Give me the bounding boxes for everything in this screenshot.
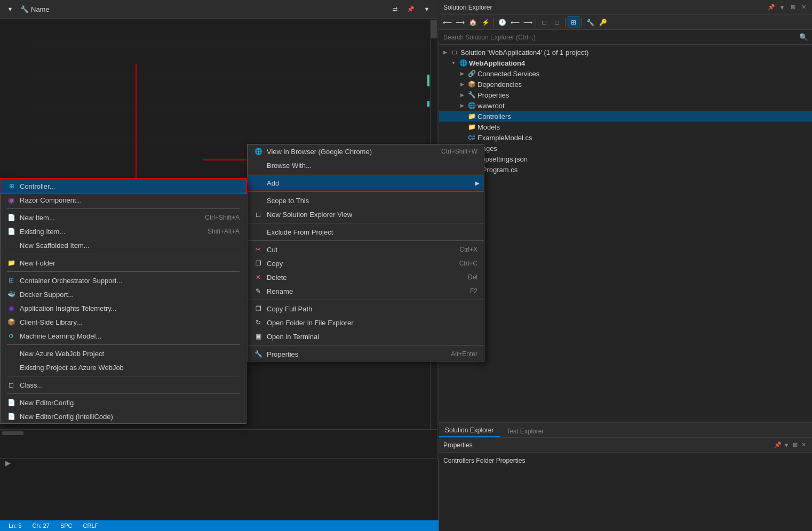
tree-item-wwwroot[interactable]: ▶ 🌐 wwwroot: [439, 100, 812, 111]
tab-solution-explorer[interactable]: Solution Explorer: [439, 424, 500, 437]
se-redo-btn[interactable]: ⟶: [522, 17, 534, 28]
tree-item-program[interactable]: C# * Program.cs: [439, 164, 812, 175]
copy-full-path-label: Copy Full Path: [267, 305, 477, 313]
se-home-btn[interactable]: 🏠: [467, 17, 479, 28]
se-dropdown-btn[interactable]: ▼: [778, 3, 786, 12]
submenu-item-new-folder[interactable]: 📁 New Folder: [1, 256, 246, 270]
new-item-label: New Item...: [20, 214, 201, 222]
submenu-item-existing-webjob[interactable]: Existing Project as Azure WebJob: [1, 360, 246, 374]
container-label: Container Orchestrator Support...: [20, 277, 240, 285]
ctx-properties[interactable]: 🔧 Properties Alt+Enter: [248, 347, 484, 361]
submenu-item-editorconfig[interactable]: 📄 New EditorConfig: [1, 396, 246, 409]
scaffolded-label: New Scaffolded Item...: [20, 242, 240, 250]
sync-btn[interactable]: ⇄: [389, 3, 401, 15]
submenu-item-existing-item[interactable]: 📄 Existing Item... Shift+Alt+A: [1, 224, 246, 238]
ctx-browse-with[interactable]: Browse With...: [248, 158, 484, 172]
se-collapse-btn[interactable]: □: [538, 17, 550, 28]
se-close-btn[interactable]: ✕: [799, 3, 808, 12]
wrench-icon: 🔧: [20, 5, 29, 13]
se-git-btn[interactable]: 🔑: [597, 17, 609, 28]
ctx-delete[interactable]: ✕ Delete Del: [248, 270, 484, 284]
tree-item-examplemodel[interactable]: C# ExampleModel.cs: [439, 132, 812, 143]
se-search-input[interactable]: [443, 34, 799, 41]
client-label: Client-Side Library...: [20, 318, 240, 326]
dep-expand-icon[interactable]: ▶: [458, 81, 466, 88]
submenu-item-razor[interactable]: ◉ Razor Component...: [1, 193, 246, 207]
props-dropdown-btn[interactable]: ▼: [782, 441, 791, 449]
solution-expand-icon[interactable]: ▶: [441, 49, 449, 56]
props-pin-btn[interactable]: 📌: [774, 441, 782, 449]
properties-shortcut: Alt+Enter: [451, 350, 477, 358]
ctx-open-folder[interactable]: ↻ Open Folder in File Explorer: [248, 316, 484, 329]
se-search-icon: 🔍: [799, 33, 808, 41]
wwwroot-expand-icon[interactable]: ▶: [458, 102, 466, 109]
tree-item-connected-services[interactable]: ▶ 🔗 Connected Services: [439, 68, 812, 79]
ctx-add[interactable]: Add: [248, 176, 484, 190]
terminal-label: Open in Terminal: [267, 333, 477, 341]
se-sync-btn[interactable]: ⚡: [480, 17, 491, 28]
submenu-item-class[interactable]: ◻ Class...: [1, 378, 246, 392]
browse-with-label: Browse With...: [267, 162, 477, 170]
tree-item-dependencies[interactable]: ▶ 📦 Dependencies: [439, 79, 812, 90]
props-expand-icon[interactable]: ▶: [458, 91, 466, 99]
se-back-btn[interactable]: ⟵: [441, 17, 453, 28]
appsettings-label: appsettings.json: [477, 155, 528, 163]
examplemodel-label: ExampleModel.cs: [477, 134, 532, 142]
submenu-item-editorconfig-intellicode[interactable]: 📄 New EditorConfig (IntelliCode): [1, 409, 246, 423]
se-settings-btn[interactable]: 🔧: [584, 17, 596, 28]
ml-icon: ⚙: [7, 332, 15, 340]
se-pin2-btn[interactable]: ⊠: [789, 3, 797, 12]
ctx-view-browser[interactable]: 🌐 View in Browser (Google Chrome) Ctrl+S…: [248, 144, 484, 158]
ctx-cut[interactable]: ✂ Cut Ctrl+X: [248, 243, 484, 256]
tree-item-props-folder[interactable]: ▶ 🔧 Properties: [439, 90, 812, 100]
tree-item-solution[interactable]: ▶ □ Solution 'WebApplication4' (1 of 1 p…: [439, 47, 812, 58]
ctx-exclude[interactable]: Exclude From Project: [248, 225, 484, 239]
tree-item-pages[interactable]: 📁 Pages: [439, 143, 812, 154]
props-folder-icon: 🔧: [467, 91, 476, 99]
submenu-item-new-item[interactable]: 📄 New Item... Ctrl+Shift+A: [1, 211, 246, 224]
wwwroot-label: wwwroot: [477, 102, 505, 110]
collapse-btn[interactable]: ▶: [5, 459, 11, 467]
submenu-item-scaffolded[interactable]: New Scaffolded Item...: [1, 238, 246, 252]
exclude-icon: [254, 228, 262, 236]
submenu-item-appinsights[interactable]: ◉ Application Insights Telemetry...: [1, 301, 246, 315]
class-icon: ◻: [7, 381, 15, 389]
submenu-item-docker[interactable]: 🐳 Docker Support...: [1, 287, 246, 301]
submenu-item-ml[interactable]: ⚙ Machine Learning Model...: [1, 329, 246, 343]
se-pin-btn[interactable]: 📌: [767, 3, 776, 12]
ctx-copy[interactable]: ❐ Copy Ctrl+C: [248, 256, 484, 270]
tree-item-appsettings[interactable]: {} appsettings.json: [439, 154, 812, 164]
ctx-copy-full-path[interactable]: ❐ Copy Full Path: [248, 302, 484, 316]
se-undo-btn[interactable]: ⟵: [509, 17, 521, 28]
dropdown-btn[interactable]: ▼: [4, 3, 16, 15]
pin-btn[interactable]: 📌: [405, 3, 417, 15]
scope-icon: [254, 196, 262, 205]
tree-item-project[interactable]: ▼ 🌐 WebApplication4: [439, 58, 812, 68]
ctx-sep-6: [248, 345, 484, 345]
tab-test-explorer[interactable]: Test Explorer: [500, 425, 550, 437]
submenu-item-azure-webjob[interactable]: New Azure WebJob Project: [1, 347, 246, 360]
se-pending-btn[interactable]: □: [551, 17, 563, 28]
submenu-item-client-library[interactable]: 📦 Client-Side Library...: [1, 315, 246, 329]
submenu-item-container[interactable]: ⊞ Container Orchestrator Support...: [1, 273, 246, 287]
add-submenu[interactable]: ⊞ Controller... ◉ Razor Component... 📄 N…: [0, 179, 246, 424]
tree-item-controllers[interactable]: 📁 Controllers: [439, 111, 812, 122]
ctx-new-solution-view[interactable]: ◻ New Solution Explorer View: [248, 207, 484, 221]
copy-path-icon: ❐: [254, 304, 262, 313]
props-pin2-btn[interactable]: ⊠: [791, 441, 799, 449]
dropdown-2-btn[interactable]: ▼: [421, 3, 433, 15]
ctx-rename[interactable]: ✎ Rename F2: [248, 284, 484, 298]
ctx-scope-to-this[interactable]: Scope to This: [248, 194, 484, 207]
context-menu[interactable]: 🌐 View in Browser (Google Chrome) Ctrl+S…: [247, 144, 484, 361]
status-line-ending: CRLF: [83, 522, 99, 529]
submenu-item-controller[interactable]: ⊞ Controller...: [1, 179, 246, 193]
se-history-btn[interactable]: 🕐: [496, 17, 508, 28]
project-expand-icon[interactable]: ▼: [450, 59, 457, 67]
tree-item-models[interactable]: 📁 Models: [439, 122, 812, 132]
props-close-btn[interactable]: ✕: [799, 441, 808, 449]
cs-expand-icon[interactable]: ▶: [458, 70, 466, 77]
controllers-icon: 📁: [467, 112, 476, 120]
se-show-all-btn[interactable]: ⊞: [568, 17, 579, 28]
ctx-open-terminal[interactable]: ▣ Open in Terminal: [248, 329, 484, 343]
se-forward-btn[interactable]: ⟶: [454, 17, 466, 28]
